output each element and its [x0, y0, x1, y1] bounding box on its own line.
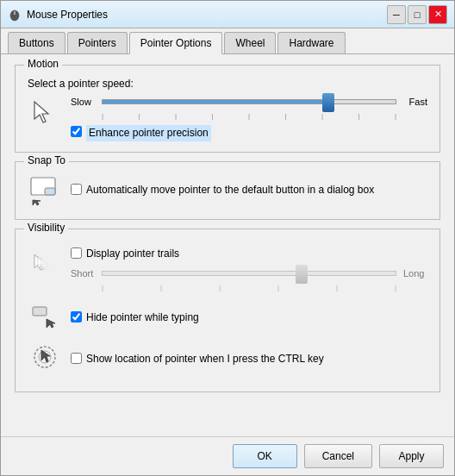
- show-location-icon: [28, 340, 62, 374]
- tab-pointers[interactable]: Pointers: [67, 32, 128, 53]
- hide-pointer-icon: [28, 298, 62, 333]
- snap-cursor-icon: [29, 176, 60, 207]
- mouse-properties-window: Mouse Properties ─ □ ✕ Buttons Pointers …: [0, 0, 455, 476]
- short-label: Short: [71, 268, 95, 279]
- precision-checkbox[interactable]: [71, 126, 82, 137]
- title-bar: Mouse Properties ─ □ ✕: [1, 1, 454, 28]
- precision-label: Enhance pointer precision: [86, 125, 211, 141]
- close-button[interactable]: ✕: [428, 5, 447, 24]
- window-controls: ─ □ ✕: [387, 5, 447, 24]
- svg-rect-4: [45, 188, 55, 195]
- pointer-speed-icon: [31, 100, 59, 128]
- trail-row: Display pointer trails Short Long | |: [28, 241, 427, 291]
- fast-label: Fast: [403, 97, 427, 107]
- location-checkbox-row: Show location of pointer when I press th…: [71, 352, 324, 366]
- snap-icon: [28, 174, 62, 209]
- motion-title: Motion: [24, 58, 62, 70]
- pointer-trail-icon: [29, 251, 60, 282]
- hide-pointer-label: Hide pointer while typing: [86, 310, 199, 325]
- visibility-title: Visibility: [24, 222, 68, 234]
- footer: OK Cancel Apply: [1, 436, 454, 475]
- show-location-checkbox[interactable]: [71, 353, 82, 364]
- show-location-label: Show location of pointer when I press th…: [86, 352, 324, 366]
- cancel-button[interactable]: Cancel: [304, 444, 372, 468]
- tab-pointer-options[interactable]: Pointer Options: [129, 32, 223, 54]
- show-location-svg: [29, 341, 60, 373]
- snap-to-label: Automatically move pointer to the defaul…: [86, 183, 374, 197]
- minimize-button[interactable]: ─: [387, 5, 406, 24]
- snap-to-section: Snap To Automatically move pointer to th…: [15, 161, 440, 220]
- show-location-row: Show location of pointer when I press th…: [28, 340, 427, 374]
- tab-bar: Buttons Pointers Pointer Options Wheel H…: [1, 28, 454, 54]
- visibility-section: Visibility Display pointer t: [15, 229, 440, 392]
- trail-checkbox-row: Display pointer trails: [71, 247, 427, 261]
- maximize-button[interactable]: □: [408, 5, 427, 24]
- long-label: Long: [403, 268, 427, 279]
- window-title: Mouse Properties: [27, 9, 387, 21]
- trail-icon: [28, 249, 62, 284]
- svg-rect-9: [33, 307, 47, 316]
- tab-wheel[interactable]: Wheel: [224, 32, 276, 53]
- speed-label: Select a pointer speed:: [28, 78, 427, 90]
- trail-checkbox[interactable]: [71, 247, 82, 259]
- hide-pointer-svg: [29, 300, 60, 331]
- speed-slider-track[interactable]: [102, 99, 396, 104]
- speed-slider-thumb[interactable]: [322, 93, 334, 112]
- trail-label: Display pointer trails: [86, 247, 179, 261]
- hide-pointer-row: Hide pointer while typing: [28, 298, 427, 333]
- svg-marker-15: [47, 319, 55, 328]
- trail-slider-thumb[interactable]: [296, 265, 308, 284]
- motion-section: Motion Select a pointer speed: Slow: [15, 65, 440, 153]
- hide-pointer-checkbox[interactable]: [71, 311, 82, 323]
- content-area: Motion Select a pointer speed: Slow: [1, 54, 454, 436]
- ok-button[interactable]: OK: [233, 444, 297, 468]
- snap-to-checkbox[interactable]: [71, 184, 82, 195]
- apply-button[interactable]: Apply: [379, 444, 444, 468]
- tab-buttons[interactable]: Buttons: [8, 32, 65, 53]
- svg-marker-2: [34, 102, 48, 122]
- svg-marker-5: [33, 200, 41, 205]
- speed-slider-row: Slow Fast: [71, 97, 427, 107]
- trail-slider[interactable]: [102, 271, 396, 276]
- snap-to-row: Automatically move pointer to the defaul…: [28, 174, 427, 209]
- precision-row: Enhance pointer precision: [71, 125, 427, 141]
- trail-slider-row: Short Long: [71, 268, 427, 279]
- snap-to-title: Snap To: [24, 154, 69, 166]
- mouse-icon: [8, 8, 22, 22]
- hide-checkbox-row: Hide pointer while typing: [71, 310, 199, 325]
- slow-label: Slow: [71, 97, 95, 107]
- tab-hardware[interactable]: Hardware: [277, 32, 345, 53]
